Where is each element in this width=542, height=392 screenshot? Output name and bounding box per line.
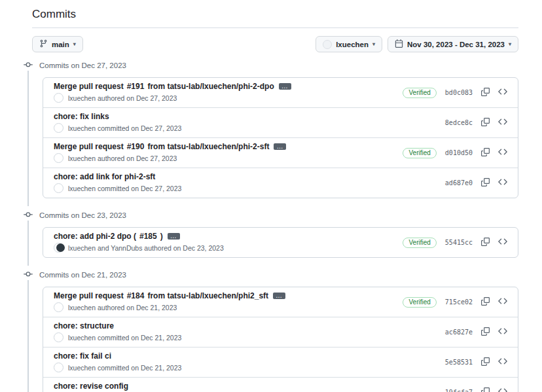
- commit-title[interactable]: chore: structure: [54, 321, 181, 330]
- code-icon: [498, 327, 507, 338]
- commit-title[interactable]: Merge pull request #184 from tatsu-lab/l…: [54, 291, 285, 300]
- commit-title-suffix[interactable]: from tatsu-lab/lxuechen/phi2_sft: [147, 291, 268, 300]
- commit-title[interactable]: chore: add phi-2 dpo (#185) …: [54, 232, 224, 241]
- commit-title-prefix[interactable]: chore: add link for phi-2-sft: [54, 172, 155, 181]
- commit-title[interactable]: Merge pull request #190 from tatsu-lab/l…: [54, 142, 286, 151]
- copy-icon: [481, 357, 490, 368]
- commit-title[interactable]: chore: fix fail ci: [54, 351, 181, 361]
- commit-title-prefix[interactable]: chore: structure: [54, 321, 114, 330]
- commit-sha-link[interactable]: 715ce02: [445, 298, 473, 306]
- commit-description-toggle[interactable]: …: [274, 143, 286, 150]
- commit-sha-link[interactable]: bd0c083: [445, 89, 473, 96]
- commit-sha-link[interactable]: 8edce8c: [445, 119, 473, 126]
- copy-sha-button[interactable]: [481, 327, 490, 338]
- verified-badge[interactable]: Verified: [403, 297, 436, 308]
- commit-sha-link[interactable]: ac6827e: [445, 329, 473, 336]
- browse-code-button[interactable]: [498, 357, 507, 368]
- git-branch-icon: [39, 39, 48, 49]
- avatar-stack[interactable]: [54, 153, 64, 164]
- branch-selector-button[interactable]: main ▾: [32, 36, 83, 52]
- avatar[interactable]: [54, 153, 63, 163]
- copy-sha-button[interactable]: [481, 148, 490, 158]
- verified-badge[interactable]: Verified: [403, 238, 436, 248]
- commit-sha-link[interactable]: d010d50: [445, 149, 473, 156]
- author-filter-button[interactable]: lxuechen ▾: [316, 36, 382, 52]
- commit-actions: ac6827e: [445, 327, 507, 338]
- commit-title-prefix[interactable]: chore: fix links: [54, 112, 109, 121]
- commit-title-prefix[interactable]: Merge pull request: [54, 82, 124, 91]
- browse-code-button[interactable]: [498, 117, 507, 128]
- avatar[interactable]: [54, 363, 63, 372]
- copy-sha-button[interactable]: [481, 357, 490, 368]
- avatar[interactable]: [54, 302, 63, 312]
- git-commit-icon: [24, 270, 33, 280]
- commit-pr-link[interactable]: #190: [127, 142, 145, 151]
- commit-meta-text: lxuechen and YannDubs authored on Dec 23…: [68, 244, 224, 252]
- commit-description-toggle[interactable]: …: [279, 83, 291, 90]
- avatar-stack[interactable]: [54, 363, 64, 373]
- browse-code-button[interactable]: [498, 387, 507, 392]
- commit-actions: Verified d010d50: [403, 147, 507, 158]
- commit-title-prefix[interactable]: chore: fix fail ci: [54, 351, 111, 361]
- browse-code-button[interactable]: [498, 237, 507, 248]
- commit-title[interactable]: chore: add link for phi-2-sft: [54, 172, 181, 181]
- commit-title-suffix[interactable]: from tatsu-lab/lxuechen/phi-2-dpo: [147, 82, 274, 91]
- avatar-stack[interactable]: [54, 183, 64, 194]
- copy-sha-button[interactable]: [481, 238, 490, 248]
- commit-title[interactable]: Merge pull request #191 from tatsu-lab/l…: [54, 82, 291, 91]
- commit-title-suffix[interactable]: from tatsu-lab/lxuechen/phi-2-sft: [147, 142, 269, 151]
- commit-description-toggle[interactable]: …: [273, 293, 285, 299]
- copy-sha-button[interactable]: [481, 297, 490, 308]
- commit-pr-link[interactable]: #191: [127, 82, 145, 91]
- commit-title-prefix[interactable]: chore: add phi-2 dpo (: [54, 232, 136, 241]
- commit-row: chore: add phi-2 dpo (#185) … lxuechen a…: [43, 228, 518, 257]
- avatar[interactable]: [54, 123, 63, 133]
- avatar-stack[interactable]: [54, 302, 64, 313]
- commit-title-prefix[interactable]: chore: revise config: [54, 382, 128, 391]
- verified-badge[interactable]: Verified: [403, 148, 436, 158]
- commit-group-date-label: Commits on Dec 27, 2023: [39, 62, 126, 69]
- commit-description-toggle[interactable]: …: [168, 233, 180, 240]
- avatar-stack[interactable]: [54, 243, 64, 253]
- avatar-secondary[interactable]: [56, 243, 65, 252]
- browse-code-button[interactable]: [498, 147, 507, 158]
- commit-title[interactable]: chore: revise config: [54, 382, 181, 391]
- date-range-button[interactable]: Nov 30, 2023 - Dec 31, 2023 ▾: [388, 36, 518, 52]
- commit-title-prefix[interactable]: Merge pull request: [54, 291, 124, 300]
- commit-actions: 8edce8c: [445, 117, 507, 128]
- browse-code-button[interactable]: [498, 177, 507, 188]
- avatar[interactable]: [54, 93, 63, 103]
- chevron-down-icon: ▾: [372, 42, 375, 47]
- commit-meta-text: lxuechen committed on Dec 27, 2023: [68, 185, 181, 192]
- code-icon: [498, 177, 507, 188]
- commit-sha-link[interactable]: 19fcfa7: [445, 389, 473, 392]
- commit-row: chore: revise config lxuechen committed …: [43, 377, 518, 392]
- avatar-stack[interactable]: [54, 93, 64, 103]
- copy-sha-button[interactable]: [481, 88, 490, 98]
- commit-pr-link[interactable]: #184: [127, 291, 145, 300]
- verified-badge[interactable]: Verified: [403, 88, 436, 98]
- copy-sha-button[interactable]: [481, 387, 490, 392]
- commit-sha-link[interactable]: 55415cc: [445, 239, 473, 246]
- code-icon: [498, 237, 507, 248]
- browse-code-button[interactable]: [498, 327, 507, 338]
- commit-title-prefix[interactable]: Merge pull request: [54, 142, 124, 151]
- copy-sha-button[interactable]: [481, 118, 490, 128]
- calendar-icon: [395, 39, 403, 49]
- avatar-stack[interactable]: [54, 332, 64, 343]
- browse-code-button[interactable]: [498, 296, 507, 308]
- commit-pr-link[interactable]: #185: [139, 232, 157, 241]
- commit-meta-text: lxuechen committed on Dec 27, 2023: [68, 124, 181, 132]
- copy-sha-button[interactable]: [481, 178, 490, 188]
- avatar[interactable]: [54, 332, 63, 342]
- avatar[interactable]: [54, 183, 63, 193]
- commit-title[interactable]: chore: fix links: [54, 112, 181, 121]
- commit-group-header: Commits on Dec 27, 2023: [24, 58, 518, 77]
- browse-code-button[interactable]: [498, 87, 507, 98]
- commit-meta-text: lxuechen authored on Dec 27, 2023: [68, 154, 177, 162]
- avatar-stack[interactable]: [54, 123, 64, 134]
- commit-timeline: Commits on Dec 27, 2023 Merge pull reque…: [24, 58, 518, 392]
- commit-title-suffix[interactable]: ): [160, 232, 163, 241]
- commit-sha-link[interactable]: ad687e0: [445, 179, 473, 187]
- commit-sha-link[interactable]: 5e58531: [445, 359, 473, 366]
